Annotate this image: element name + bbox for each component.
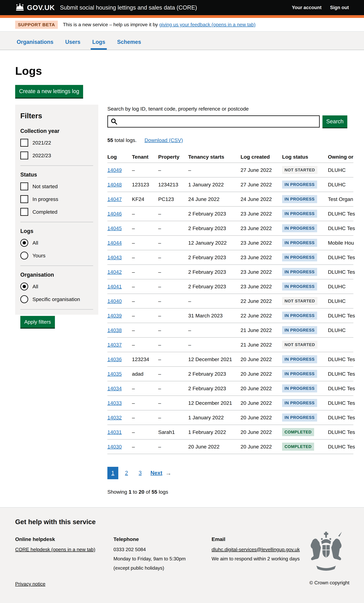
status-badge: COMPLETED	[282, 428, 314, 436]
filter-option-label[interactable]: Specific organisation	[33, 296, 80, 302]
search-input[interactable]	[107, 116, 320, 128]
log-id-link[interactable]: 14034	[107, 385, 122, 391]
log-id-link[interactable]: 14038	[107, 327, 122, 333]
filter-option-label[interactable]: Yours	[33, 253, 46, 259]
site-footer: Get help with this service Online helpde…	[0, 507, 364, 603]
filter-option-label[interactable]: All	[33, 284, 38, 290]
property-cell: –	[158, 444, 161, 450]
tenant-cell: –	[132, 284, 135, 290]
tab-users[interactable]: Users	[64, 39, 82, 50]
log-id-link[interactable]: 14043	[107, 255, 122, 260]
feedback-link[interactable]: giving us your feedback (opens in a new …	[159, 22, 256, 27]
log-id-link[interactable]: 14039	[107, 313, 122, 319]
privacy-notice-link[interactable]: Privacy notice	[15, 581, 45, 587]
column-header-owning-org: Owning or	[328, 154, 353, 160]
footer-link[interactable]: dluhc.digital-services@levellingup.gov.u…	[211, 547, 300, 552]
log-created-cell: 23 June 2022	[241, 284, 272, 290]
checkbox[interactable]	[20, 183, 28, 190]
checkbox[interactable]	[20, 139, 28, 147]
filter-section-title: Organisation	[20, 272, 93, 278]
sign-out-link[interactable]: Sign out	[330, 5, 349, 10]
log-created-cell: 20 June 2022	[241, 429, 272, 435]
your-account-link[interactable]: Your account	[292, 5, 322, 10]
filter-option-label[interactable]: Completed	[33, 209, 57, 215]
log-created-cell: 20 June 2022	[241, 371, 272, 377]
crown-copyright-link[interactable]: © Crown copyright	[309, 580, 350, 586]
status-badge: IN PROGRESS	[282, 283, 317, 290]
tenant-cell: –	[132, 444, 135, 450]
tab-schemes[interactable]: Schemes	[116, 39, 142, 50]
log-created-cell: 27 June 2022	[241, 167, 272, 173]
log-id-link[interactable]: 14033	[107, 400, 122, 406]
owning-org-cell: DLUHC	[328, 298, 346, 304]
filter-option-label[interactable]: 2022/23	[33, 152, 51, 159]
log-id-link[interactable]: 14042	[107, 269, 122, 275]
tenant-cell: –	[132, 415, 135, 420]
log-id-link[interactable]: 14040	[107, 298, 122, 304]
log-id-link[interactable]: 14036	[107, 356, 122, 362]
tenant-cell: –	[132, 255, 135, 260]
owning-org-cell: DLUHC Tes	[328, 371, 355, 377]
owning-org-cell: DLUHC	[328, 284, 346, 290]
tab-logs[interactable]: Logs	[91, 39, 107, 50]
owning-org-cell: DLUHC Tes	[328, 429, 355, 435]
radio-button[interactable]	[20, 252, 28, 259]
tenant-cell: adad	[132, 371, 143, 377]
status-badge: IN PROGRESS	[282, 254, 317, 261]
status-cell: NOT STARTED	[282, 166, 317, 174]
log-created-cell: 22 June 2022	[241, 313, 272, 319]
status-cell: IN PROGRESS	[282, 399, 317, 407]
log-created-cell: 23 June 2022	[241, 225, 272, 231]
log-id-link[interactable]: 14048	[107, 182, 122, 188]
status-cell: IN PROGRESS	[282, 384, 317, 393]
page-3-link[interactable]: 3	[135, 467, 146, 479]
log-id-link[interactable]: 14044	[107, 240, 122, 246]
owning-org-cell: DLUHC	[328, 167, 346, 173]
log-id-link[interactable]: 14031	[107, 429, 122, 435]
filter-option-label[interactable]: 2021/22	[33, 140, 51, 146]
log-id-link[interactable]: 14046	[107, 211, 122, 217]
property-cell: –	[158, 356, 161, 362]
log-id-link[interactable]: 14045	[107, 225, 122, 231]
page-2-link[interactable]: 2	[121, 467, 132, 479]
log-id-link[interactable]: 14041	[107, 284, 122, 290]
log-id-link[interactable]: 14032	[107, 415, 122, 420]
checkbox[interactable]	[20, 208, 28, 216]
filter-option: All	[20, 239, 93, 247]
filter-option-label[interactable]: In progress	[33, 196, 58, 202]
log-id-link[interactable]: 14049	[107, 167, 122, 173]
log-id-link[interactable]: 14030	[107, 444, 122, 450]
log-created-cell: 23 June 2022	[241, 255, 272, 260]
property-cell: –	[158, 240, 161, 246]
create-lettings-log-button[interactable]: Create a new lettings log	[15, 85, 83, 98]
log-id-link[interactable]: 14037	[107, 342, 122, 348]
footer-text-line: Monday to Friday, 9am to 5:30pm	[113, 556, 204, 562]
status-cell: IN PROGRESS	[282, 268, 317, 276]
service-name[interactable]: Submit social housing lettings and sales…	[60, 4, 197, 11]
log-id-link[interactable]: 14035	[107, 371, 122, 377]
page-1-link[interactable]: 1	[107, 467, 118, 479]
status-badge: IN PROGRESS	[282, 181, 317, 189]
status-badge: IN PROGRESS	[282, 399, 317, 407]
filter-option-label[interactable]: Not started	[33, 184, 58, 189]
download-csv-link[interactable]: Download (CSV)	[144, 137, 183, 143]
checkbox[interactable]	[20, 151, 28, 159]
checkbox[interactable]	[20, 195, 28, 203]
radio-button[interactable]	[20, 239, 28, 247]
radio-button[interactable]	[20, 295, 28, 303]
tab-organisations[interactable]: Organisations	[15, 39, 55, 50]
apply-filters-button[interactable]: Apply filters	[20, 316, 55, 328]
search-button[interactable]: Search	[322, 116, 347, 128]
beta-text-static: This is a new service – help us improve …	[63, 22, 159, 27]
govuk-home-link[interactable]: GOV.UK	[15, 3, 55, 12]
property-cell: 1234213	[158, 182, 178, 188]
radio-button[interactable]	[20, 283, 28, 290]
filter-option-label[interactable]: All	[33, 240, 38, 246]
tenancy-starts-cell: –	[188, 327, 191, 333]
next-page-link[interactable]: Next	[151, 470, 162, 476]
tenancy-starts-cell: 31 March 2023	[188, 313, 223, 319]
footer-link[interactable]: CORE helpdesk (opens in a new tab)	[15, 547, 95, 552]
property-cell: –	[158, 211, 161, 217]
table-row: 14036123234–12 December 202120 June 2022…	[107, 352, 353, 367]
log-id-link[interactable]: 14047	[107, 196, 122, 202]
